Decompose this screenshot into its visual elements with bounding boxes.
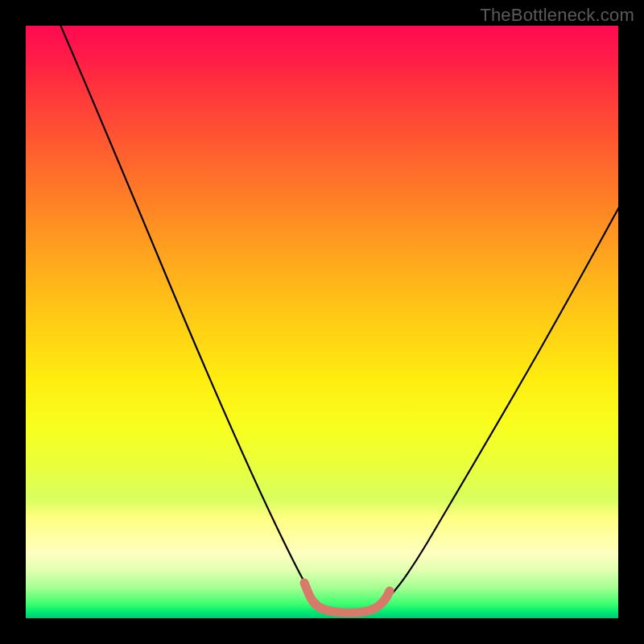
bottleneck-curve — [47, 26, 618, 612]
curve-svg — [26, 26, 618, 618]
attribution-label: TheBottleneck.com — [480, 5, 634, 26]
flat-highlight — [304, 583, 390, 613]
plot-area — [26, 26, 618, 618]
chart-container: TheBottleneck.com — [0, 0, 644, 644]
